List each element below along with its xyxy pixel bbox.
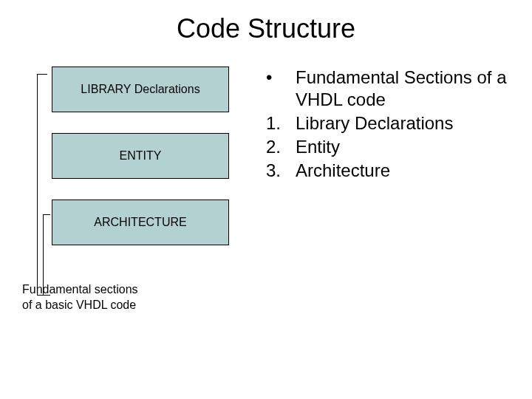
diagram-column: LIBRARY Declarations ENTITY ARCHITECTURE… bbox=[0, 66, 259, 313]
box-library-declarations: LIBRARY Declarations bbox=[52, 66, 229, 112]
list-text: Library Declarations bbox=[296, 112, 517, 134]
list-item: 2. Entity bbox=[266, 136, 517, 158]
box-label: ARCHITECTURE bbox=[94, 216, 186, 229]
list-marker: 2. bbox=[266, 136, 296, 158]
text-column: • Fundamental Sections of a VHDL code 1.… bbox=[259, 66, 532, 313]
box-label: LIBRARY Declarations bbox=[81, 83, 200, 96]
bullet-marker: • bbox=[266, 66, 296, 111]
bullet-text: Fundamental Sections of a VHDL code bbox=[296, 66, 517, 111]
box-entity: ENTITY bbox=[52, 133, 229, 179]
caption-line: of a basic VHDL code bbox=[22, 298, 259, 313]
slide-title: Code Structure bbox=[0, 0, 532, 44]
list-text: Architecture bbox=[296, 160, 517, 182]
list-text: Entity bbox=[296, 136, 517, 158]
diagram-caption: Fundamental sections of a basic VHDL cod… bbox=[22, 282, 259, 313]
caption-line: Fundamental sections bbox=[22, 282, 259, 298]
box-architecture: ARCHITECTURE bbox=[52, 200, 229, 245]
list-marker: 1. bbox=[266, 112, 296, 134]
bracket-inner bbox=[43, 214, 50, 296]
list-item: 1. Library Declarations bbox=[266, 112, 517, 134]
bullet-item: • Fundamental Sections of a VHDL code bbox=[266, 66, 517, 111]
list-item: 3. Architecture bbox=[266, 160, 517, 182]
list-marker: 3. bbox=[266, 160, 296, 182]
box-label: ENTITY bbox=[120, 149, 162, 163]
content-area: LIBRARY Declarations ENTITY ARCHITECTURE… bbox=[0, 44, 532, 313]
